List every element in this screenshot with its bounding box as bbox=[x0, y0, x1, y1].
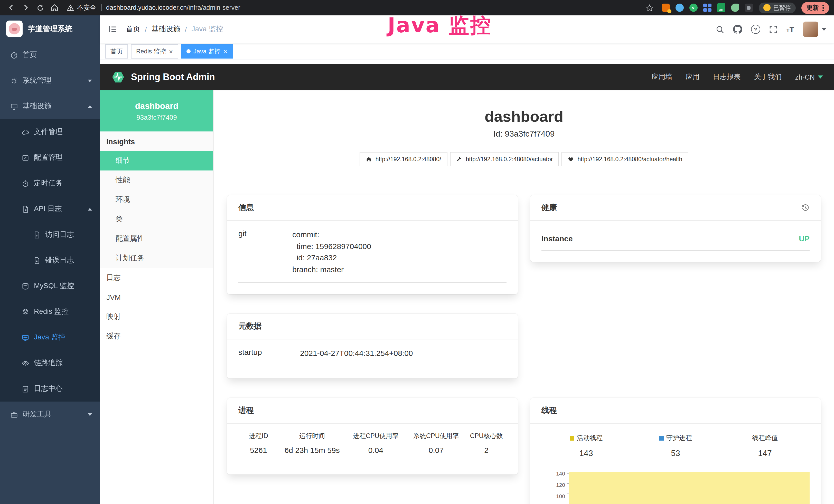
chrome-update-button[interactable]: 更新 bbox=[802, 2, 829, 14]
font-size-icon[interactable]: TT bbox=[786, 25, 794, 33]
cell-value: 6d 23h 15m 59s bbox=[279, 445, 346, 454]
tag-redis-monitor[interactable]: Redis 监控 × bbox=[131, 44, 178, 59]
sba-menu-logs[interactable]: 日志 bbox=[100, 268, 213, 288]
extension-green-icon[interactable]: v bbox=[689, 4, 697, 12]
sba-menu-mappings[interactable]: 映射 bbox=[100, 307, 213, 327]
home-icon[interactable] bbox=[48, 2, 61, 14]
sidebar-item-error-logs[interactable]: 错误日志 bbox=[0, 248, 100, 273]
refresh-icon[interactable] bbox=[34, 2, 46, 14]
fullscreen-icon[interactable] bbox=[769, 25, 777, 33]
link-actuator-url[interactable]: http://192.168.0.2:48080/actuator bbox=[450, 152, 559, 166]
card-header: 信息 bbox=[227, 195, 518, 221]
sba-nav-journal[interactable]: 日志报表 bbox=[713, 72, 741, 82]
sidebar-item-java-monitor[interactable]: Java 监控 bbox=[0, 324, 100, 350]
sidebar-item-api-logs[interactable]: API 日志 bbox=[0, 196, 100, 222]
doc-error-icon bbox=[33, 256, 41, 264]
history-icon[interactable] bbox=[802, 204, 810, 212]
search-icon[interactable] bbox=[715, 25, 724, 33]
threads-legend: 活动线程 143 守护进程 53 线程峰值 bbox=[542, 434, 810, 458]
java-monitor-icon bbox=[22, 334, 29, 341]
sba-nav-wallboard[interactable]: 应用墙 bbox=[651, 72, 672, 82]
sba-locale-select[interactable]: zh-CN bbox=[795, 73, 823, 81]
card-title: 健康 bbox=[542, 203, 557, 212]
extension-on-icon[interactable]: on bbox=[717, 3, 725, 12]
breadcrumb-home[interactable]: 首页 bbox=[126, 25, 140, 34]
sidebar-item-log-center[interactable]: 日志中心 bbox=[0, 376, 100, 402]
extension-fox-icon[interactable] bbox=[661, 4, 670, 12]
profile-button[interactable]: 已暂停 bbox=[759, 2, 796, 13]
sba-menu-caches[interactable]: 缓存 bbox=[100, 327, 213, 346]
sba-body: dashboard 93a3fc7f7409 Insights 细节 性能 环境… bbox=[100, 90, 834, 504]
update-label: 更新 bbox=[807, 3, 819, 12]
sba-menu-jvm[interactable]: JVM bbox=[100, 288, 213, 307]
toolbox-icon bbox=[10, 411, 18, 418]
sba-nav-applications[interactable]: 应用 bbox=[685, 72, 699, 82]
extension-leaf-icon[interactable] bbox=[731, 4, 739, 12]
legend-item: 守护进程 53 bbox=[631, 434, 720, 458]
app-title: 芋道管理系统 bbox=[28, 24, 72, 33]
sba-menu-details[interactable]: 细节 bbox=[100, 151, 213, 170]
app-logo-row[interactable]: 芋道管理系统 bbox=[0, 16, 100, 42]
clipboard-icon bbox=[22, 385, 29, 393]
link-health-url[interactable]: http://192.168.0.2:48080/actuator/health bbox=[562, 152, 688, 166]
sidebar: 芋道管理系统 首页 系统管理 基础设施 bbox=[0, 16, 100, 504]
bookmark-star-icon[interactable] bbox=[643, 2, 656, 14]
sba-instance-header[interactable]: dashboard 93a3fc7f7409 bbox=[100, 90, 213, 132]
gear-icon bbox=[10, 77, 18, 85]
sba-menu-environment[interactable]: 环境 bbox=[100, 190, 213, 209]
security-chip[interactable]: 不安全 bbox=[67, 3, 96, 12]
forward-icon[interactable] bbox=[20, 2, 32, 14]
sidebar-item-file-mgmt[interactable]: 文件管理 bbox=[0, 119, 100, 145]
tag-java-monitor[interactable]: Java 监控 × bbox=[181, 44, 233, 59]
main-column: 首页 / 基础设施 / Java 监控 ? TT bbox=[100, 16, 834, 504]
kebab-menu-icon[interactable] bbox=[822, 4, 824, 11]
breadcrumb-section[interactable]: 基础设施 bbox=[152, 25, 180, 34]
sidebar-item-infra[interactable]: 基础设施 bbox=[0, 93, 100, 119]
hamburger-icon[interactable] bbox=[108, 25, 118, 34]
sidebar-item-config-mgmt[interactable]: 配置管理 bbox=[0, 145, 100, 170]
topbar: 首页 / 基础设施 / Java 监控 ? TT bbox=[100, 16, 834, 43]
sidebar-item-home[interactable]: 首页 bbox=[0, 42, 100, 68]
sba-menu-config-props[interactable]: 配置属性 bbox=[100, 229, 213, 249]
extension-grid-icon[interactable] bbox=[703, 4, 711, 12]
chevron-down-icon bbox=[88, 413, 92, 416]
monitor-icon bbox=[10, 102, 18, 110]
cell-value: 5261 bbox=[238, 445, 279, 454]
sba-brand[interactable]: Spring Boot Admin bbox=[111, 70, 215, 84]
tags-view: 首页 Redis 监控 × Java 监控 × bbox=[100, 43, 834, 60]
heart-icon bbox=[568, 156, 574, 162]
close-icon[interactable]: × bbox=[224, 48, 227, 55]
sba-menu-performance[interactable]: 性能 bbox=[100, 170, 213, 190]
close-icon[interactable]: × bbox=[169, 48, 173, 55]
sidebar-item-access-logs[interactable]: 访问日志 bbox=[0, 222, 100, 248]
tag-home[interactable]: 首页 bbox=[105, 44, 128, 59]
legend-swatch-daemon bbox=[659, 436, 664, 440]
instance-id: 93a3fc7f7409 bbox=[136, 113, 177, 121]
back-icon[interactable] bbox=[5, 2, 18, 14]
chevron-up-icon bbox=[88, 105, 92, 108]
sidebar-item-label: 配置管理 bbox=[34, 153, 92, 162]
sba-nav-about[interactable]: 关于我们 bbox=[754, 72, 782, 82]
sidebar-item-label: 研发工具 bbox=[23, 410, 83, 419]
github-icon[interactable] bbox=[733, 25, 742, 34]
sidebar-item-tracing[interactable]: 链路追踪 bbox=[0, 350, 100, 376]
legend-label: 守护进程 bbox=[666, 434, 692, 442]
sba-insights-section: Insights 细节 性能 环境 类 配置属性 计划任务 bbox=[100, 132, 213, 268]
sidebar-item-dev-tools[interactable]: 研发工具 bbox=[0, 402, 100, 427]
link-root-url[interactable]: http://192.168.0.2:48080/ bbox=[359, 152, 447, 166]
address-bar[interactable]: 不安全 dashboard.yudao.iocoder.cn/infra/adm… bbox=[67, 3, 240, 12]
sidebar-item-scheduled-jobs[interactable]: 定时任务 bbox=[0, 170, 100, 196]
column-header: CPU核心数 bbox=[466, 432, 506, 440]
on-badge-label: on bbox=[719, 7, 723, 11]
sidebar-item-mysql-monitor[interactable]: MySQL 监控 bbox=[0, 273, 100, 299]
extensions-puzzle-icon[interactable] bbox=[745, 4, 753, 12]
help-icon[interactable]: ? bbox=[751, 25, 760, 34]
user-menu[interactable] bbox=[803, 22, 826, 37]
sba-logo-icon bbox=[111, 70, 125, 84]
sidebar-item-system[interactable]: 系统管理 bbox=[0, 68, 100, 93]
extension-drop-icon[interactable] bbox=[675, 4, 683, 12]
sidebar-item-redis-monitor[interactable]: Redis 监控 bbox=[0, 299, 100, 324]
link-url-text: http://192.168.0.2:48080/ bbox=[375, 156, 441, 162]
sba-menu-classes[interactable]: 类 bbox=[100, 209, 213, 229]
sba-menu-scheduled[interactable]: 计划任务 bbox=[100, 249, 213, 268]
